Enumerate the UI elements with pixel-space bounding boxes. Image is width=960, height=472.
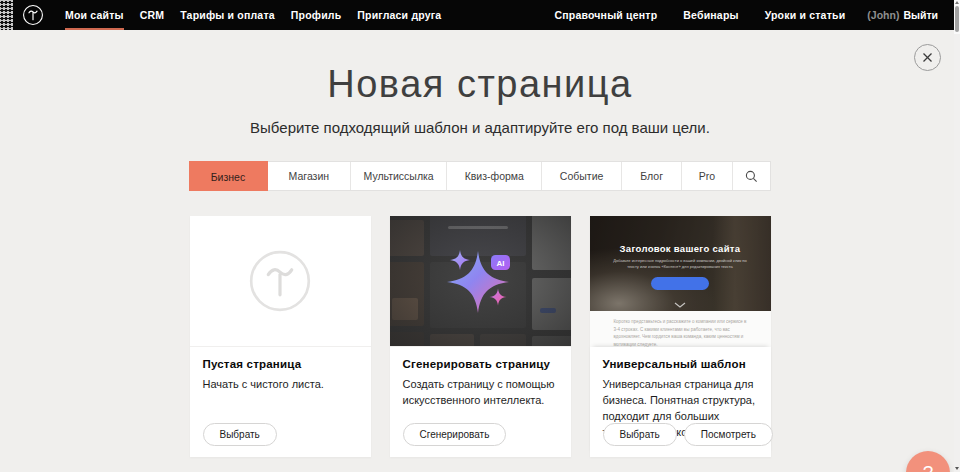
scrollbar-thumb[interactable] — [955, 6, 959, 32]
template-about-text: Коротко представьтесь и расскажите о ком… — [614, 318, 747, 347]
topbar-nav-right: Справочный центр Вебинары Уроки и статьи… — [546, 0, 954, 30]
tab-shop[interactable]: Магазин — [268, 162, 351, 190]
ai-badge: AI — [491, 255, 510, 270]
tilda-logo-icon[interactable] — [22, 4, 44, 26]
card-universal-template[interactable]: Заголовок вашего сайта Добавьте интересн… — [590, 216, 771, 457]
svg-text:AI: AI — [496, 259, 504, 268]
chevron-down-icon — [674, 302, 686, 308]
blank-page-thumbnail — [190, 216, 371, 347]
template-hero-subtext: Добавьте интересные подробности о вашей … — [609, 258, 750, 271]
card-title: Универсальный шаблон — [603, 358, 758, 370]
card-title: Пустая страница — [203, 358, 358, 370]
close-icon — [922, 52, 933, 63]
card-ai-generate[interactable]: AI Сгенерировать страницу Создать страни… — [390, 216, 571, 457]
tab-quiz-form[interactable]: Квиз-форма — [447, 162, 542, 190]
nav-invite-friend[interactable]: Пригласи друга — [349, 0, 449, 30]
tab-blog[interactable]: Блог — [622, 162, 682, 190]
generate-button[interactable]: Сгенерировать — [403, 423, 507, 446]
template-about-preview: Коротко представьтесь и расскажите о ком… — [590, 311, 771, 347]
nav-profile[interactable]: Профиль — [283, 0, 350, 30]
search-icon — [745, 170, 758, 183]
close-button[interactable] — [914, 44, 941, 71]
card-actions: Сгенерировать — [403, 423, 507, 446]
ai-generate-thumbnail: AI — [390, 216, 571, 347]
help-button[interactable]: ? — [906, 451, 950, 472]
nav-webinars[interactable]: Вебинары — [675, 0, 746, 30]
nav-my-sites[interactable]: Мои сайты — [57, 0, 132, 30]
scroll-up-arrow-icon[interactable] — [955, 1, 959, 4]
topbar: Мои сайты CRM Тарифы и оплата Профиль Пр… — [0, 0, 954, 30]
topbar-nav-left: Мои сайты CRM Тарифы и оплата Профиль Пр… — [57, 0, 449, 30]
scroll-down-arrow-icon[interactable] — [955, 467, 959, 470]
card-body: Универсальный шаблон Универсальная стран… — [590, 347, 771, 457]
user-name: (John) — [867, 9, 899, 21]
tab-multilink[interactable]: Мультиссылка — [351, 162, 448, 190]
template-hero-preview: Заголовок вашего сайта Добавьте интересн… — [590, 216, 771, 311]
ai-sparkle-icon: AI — [390, 216, 571, 347]
choose-template-button[interactable]: Выбрать — [603, 423, 677, 446]
card-title: Сгенерировать страницу — [403, 358, 558, 370]
weave-pattern-decoration — [0, 0, 13, 30]
card-body: Пустая страница Начать с чистого листа. … — [190, 347, 371, 457]
search-tab-button[interactable] — [733, 162, 770, 190]
nav-help-center[interactable]: Справочный центр — [546, 0, 665, 30]
template-hero-heading: Заголовок вашего сайта — [620, 243, 741, 254]
card-body: Сгенерировать страницу Создать страницу … — [390, 347, 571, 457]
nav-crm[interactable]: CRM — [132, 0, 173, 30]
universal-template-thumbnail: Заголовок вашего сайта Добавьте интересн… — [590, 216, 771, 347]
nav-lessons-articles[interactable]: Уроки и статьи — [757, 0, 854, 30]
page-subtitle: Выберите подходящий шаблон и адаптируйте… — [0, 119, 960, 136]
card-actions: Выбрать — [203, 423, 277, 446]
tab-event[interactable]: Событие — [542, 162, 622, 190]
logout-link[interactable]: Выйти — [903, 9, 938, 21]
choose-blank-button[interactable]: Выбрать — [203, 423, 277, 446]
user-account: (John) Выйти — [863, 0, 942, 30]
card-actions: Выбрать Посмотреть — [603, 423, 773, 446]
nav-tariffs[interactable]: Тарифы и оплата — [172, 0, 283, 30]
template-hero-cta-button — [651, 277, 709, 290]
scrollbar[interactable] — [954, 0, 960, 472]
new-page-modal: Новая страница Выберите подходящий шабло… — [0, 30, 960, 472]
template-cards-row: Пустая страница Начать с чистого листа. … — [190, 216, 771, 457]
tab-pro[interactable]: Pro — [682, 162, 732, 190]
card-description: Начать с чистого листа. — [203, 377, 358, 393]
template-category-tabs: Бизнес Магазин Мультиссылка Квиз-форма С… — [189, 161, 771, 191]
tilda-watermark-icon — [248, 249, 312, 313]
tab-business[interactable]: Бизнес — [189, 161, 268, 191]
preview-template-button[interactable]: Посмотреть — [684, 423, 773, 446]
card-description: Создать страницу с помощью искусственног… — [403, 377, 558, 409]
page-title: Новая страница — [0, 30, 960, 106]
card-blank-page[interactable]: Пустая страница Начать с чистого листа. … — [190, 216, 371, 457]
